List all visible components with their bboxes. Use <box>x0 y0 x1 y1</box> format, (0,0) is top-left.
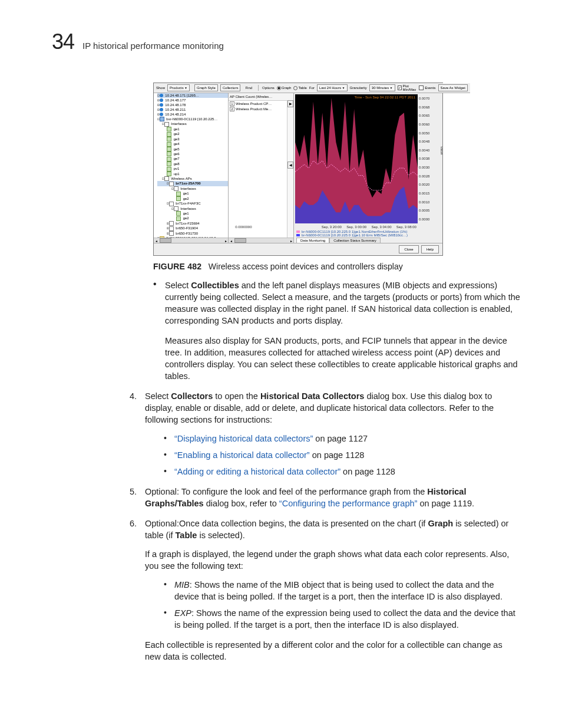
radio-table[interactable]: Table <box>293 86 306 90</box>
tree-item[interactable]: ⊞ 10.24.48.177 <box>157 98 228 103</box>
leaf-icon <box>176 192 181 196</box>
tree-item[interactable]: ge2 <box>157 131 228 136</box>
tree-item-label[interactable]: Interfaces <box>170 122 187 126</box>
tree-item-label[interactable]: ge1 <box>182 192 189 195</box>
ytick: 0.0050 <box>419 131 439 135</box>
tree-item-label[interactable]: ge1 <box>182 212 189 215</box>
tree-item-label[interactable]: Interfaces <box>180 187 196 190</box>
collectors-button[interactable]: Collectors <box>220 84 241 91</box>
leaf-icon <box>167 132 171 137</box>
tree-item[interactable]: ge2 <box>157 216 228 220</box>
globe-icon <box>160 98 163 102</box>
tree-item-label[interactable]: ge4 <box>173 142 180 146</box>
tree-item[interactable]: ⊞ br71xx-F23694 <box>157 221 228 226</box>
xref-bullet: “Adding or editing a historical data col… <box>164 466 516 477</box>
radio-graph[interactable]: Graph <box>277 86 292 90</box>
tree-item[interactable]: ⊞ 10.24.48.211 <box>157 107 228 112</box>
measure-row[interactable]: 1Wireless Product CP… <box>229 101 293 106</box>
ytick: 0.0028 <box>419 174 439 178</box>
tree-item[interactable]: ⊟ 10.24.48.171 [1295… <box>157 93 228 98</box>
move-right-button[interactable]: ▶ <box>287 100 293 107</box>
tree-item-label[interactable]: pv1 <box>173 167 179 170</box>
tree-item-label[interactable]: up1 <box>173 172 180 176</box>
tree-item-label[interactable]: 10.24.48.171 [1295… <box>164 94 199 97</box>
tree-item-label[interactable]: ge7 <box>173 157 180 160</box>
tree-item[interactable]: ⊟ Wireless APs <box>157 176 228 181</box>
tree-item-label[interactable]: ge3 <box>173 137 180 141</box>
tree-item-label[interactable]: ge2 <box>173 132 180 136</box>
tree-item-label[interactable]: br71xx-25A700 <box>175 182 201 185</box>
events-checkbox[interactable]: Events <box>419 85 435 90</box>
tree-item-label[interactable]: ge2 <box>182 216 189 220</box>
link-configuring-performance-graph[interactable]: “Configuring the performance graph” <box>279 499 418 508</box>
tree-item[interactable]: ge1 <box>157 127 228 131</box>
tree-item[interactable]: pv1 <box>157 166 228 171</box>
tree-item-label[interactable]: ge6 <box>173 152 180 156</box>
options-label: Options <box>262 86 275 90</box>
plot-minmax-checkbox[interactable]: Plot Min/Max <box>398 84 417 91</box>
tree-item[interactable]: ⊞ 10.24.48.214 <box>157 112 228 117</box>
nav-tree[interactable]: ⊟ 10.24.48.171 [1295…⊞ 10.24.48.177⊞ 10.… <box>154 93 229 243</box>
ytick: 0.0065 <box>419 114 439 117</box>
tree-item-label[interactable]: br650-F31904 <box>175 226 198 230</box>
tree-item[interactable]: ge1 <box>157 211 228 216</box>
tree-item[interactable]: ⊞ 10.24.48.178 <box>157 103 228 107</box>
tree-item[interactable]: ge5 <box>157 147 228 151</box>
tree-item[interactable]: ge1 <box>157 191 228 196</box>
tree-item-label[interactable]: 10.24.48.211 <box>164 108 186 111</box>
tree-item[interactable]: ⊟ Interfaces <box>157 121 228 126</box>
tree-item[interactable]: up1 <box>157 172 228 176</box>
cross-reference-link[interactable]: “Enabling a historical data collector” <box>174 450 310 460</box>
for-dropdown[interactable]: Last 24 Hours <box>317 84 348 91</box>
tree-item[interactable]: ⊟ br71xx-F4AF3C <box>157 201 228 206</box>
xref-bullet: “Displaying historical data collectors” … <box>164 433 516 444</box>
leaf-icon <box>176 211 181 216</box>
tree-item[interactable]: ⊞ br650-F31730 <box>157 231 228 236</box>
tree-item[interactable]: ge8 <box>157 162 228 166</box>
step-6: 6. Optional:Once data collection begins,… <box>130 518 521 663</box>
tree-item[interactable]: ge2 <box>157 196 228 201</box>
tree-item-label[interactable]: br71xx-F23694 <box>175 222 200 225</box>
tree-item-label[interactable]: br71xx-F4AF3C <box>175 202 201 205</box>
tree-item-label[interactable]: ge5 <box>173 147 180 151</box>
ytick: 0.0040 <box>419 149 439 152</box>
tree-item-label[interactable]: Interfaces <box>180 207 196 210</box>
chart-panel: Time - Sun Sep 04 22:02:11 PDT 2011 0.00… <box>294 93 442 243</box>
move-left-button[interactable]: ◀ <box>287 162 293 169</box>
box-icon <box>169 226 174 231</box>
tab-data-monitoring[interactable]: Data Monitoring <box>296 238 329 243</box>
figure-label: FIGURE 482 <box>153 262 201 271</box>
tree-item[interactable]: ⊟ bsr-N6000-0C1119 [10.20.225… <box>157 117 228 121</box>
tree-item[interactable]: ⊟ Interfaces <box>157 186 228 191</box>
granularity-dropdown[interactable]: 30 Minutes <box>369 84 395 91</box>
save-as-widget-button[interactable]: Save As Widget <box>438 84 468 91</box>
tree-item[interactable]: ⊞ br650-F31904 <box>157 226 228 230</box>
tree-item[interactable]: ge4 <box>157 141 228 146</box>
tree-item-label[interactable]: Wireless APs <box>170 177 192 180</box>
cross-reference-link[interactable]: “Displaying historical data collectors” <box>174 434 313 443</box>
tree-item-label[interactable]: 10.24.48.214 <box>164 113 186 116</box>
graph-style-button[interactable]: Graph Style <box>194 84 218 91</box>
tree-item[interactable]: ⊟ br71xx-25A700 <box>157 181 228 186</box>
tab-collection-status[interactable]: Collection Status Summary <box>329 238 380 243</box>
measures-scrollbar[interactable]: ◂▸ <box>229 238 293 243</box>
find-label: Find <box>245 86 252 90</box>
tree-item-label[interactable]: ge2 <box>182 197 189 200</box>
close-button[interactable]: Close <box>399 245 418 253</box>
tree-scrollbar[interactable]: ◂▸ <box>154 238 228 243</box>
tree-item-label[interactable]: bsr-N6000-0C1119 [10.20.225… <box>166 117 218 121</box>
tree-item[interactable]: ⊟ Interfaces <box>157 206 228 211</box>
cross-reference-link[interactable]: “Adding or editing a historical data col… <box>174 467 340 476</box>
tree-item[interactable]: ge3 <box>157 137 228 141</box>
tree-item[interactable]: ge6 <box>157 151 228 156</box>
show-dropdown[interactable]: Products <box>167 84 190 91</box>
tree-item-label[interactable]: 10.24.48.177 <box>164 98 186 102</box>
tree-item[interactable]: ge7 <box>157 156 228 161</box>
tree-item-label[interactable]: ge8 <box>173 162 180 166</box>
measure-row[interactable]: 2Wireless Product Me… <box>229 106 293 111</box>
tree-item-label[interactable]: br650-F31730 <box>175 232 198 235</box>
tree-item-label[interactable]: ge1 <box>173 127 180 131</box>
tree-item-label[interactable]: 10.24.48.178 <box>164 103 186 107</box>
help-button[interactable]: Help <box>421 245 439 253</box>
globe-icon <box>160 113 163 116</box>
